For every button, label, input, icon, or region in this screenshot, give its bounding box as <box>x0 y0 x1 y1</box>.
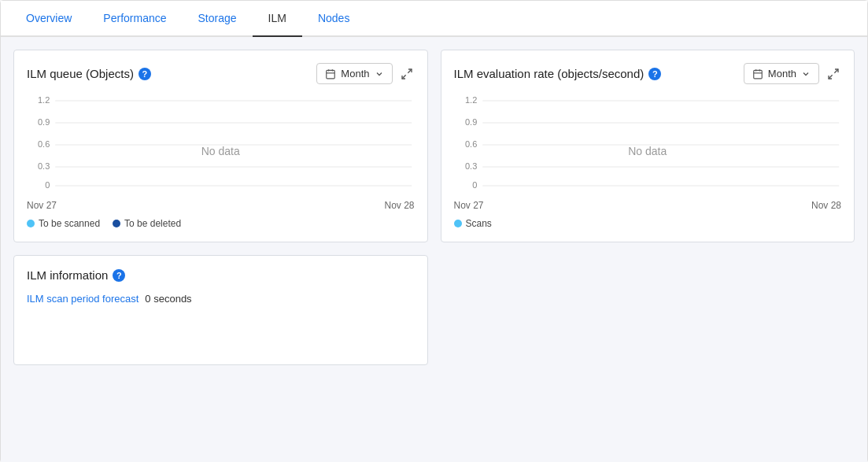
chevron-down-icon-right <box>801 69 811 79</box>
svg-text:0.9: 0.9 <box>38 117 50 127</box>
tab-nodes[interactable]: Nodes <box>302 1 365 37</box>
ilm-queue-controls: Month <box>316 63 414 84</box>
svg-text:0: 0 <box>472 180 477 190</box>
svg-text:0: 0 <box>45 180 50 190</box>
ilm-eval-rate-controls: Month <box>744 63 841 84</box>
ilm-eval-rate-expand-button[interactable] <box>826 66 841 82</box>
svg-text:0.9: 0.9 <box>464 117 476 127</box>
legend-to-be-deleted: To be deleted <box>113 218 181 229</box>
ilm-queue-legend: To be scanned To be deleted <box>27 218 415 229</box>
ilm-info-header: ILM information ? <box>27 268 415 282</box>
svg-rect-0 <box>327 70 335 79</box>
ilm-eval-rate-month-dropdown[interactable]: Month <box>744 63 819 84</box>
ilm-queue-month-label: Month <box>341 68 369 79</box>
svg-line-20 <box>834 69 838 73</box>
tab-storage[interactable]: Storage <box>183 1 253 37</box>
legend-scans: Scans <box>454 218 492 229</box>
legend-dot-deleted <box>113 220 120 227</box>
ilm-eval-rate-title: ILM evaluation rate (objects/second) <box>454 67 645 80</box>
ilm-queue-dates: Nov 27 Nov 28 <box>27 200 415 211</box>
ilm-eval-rate-month-label: Month <box>768 68 796 79</box>
ilm-scan-period-row: ILM scan period forecast 0 seconds <box>27 293 415 305</box>
svg-text:0.3: 0.3 <box>464 161 476 171</box>
legend-dot-scans <box>454 220 462 227</box>
ilm-scan-period-value: 0 seconds <box>145 293 191 305</box>
ilm-info-title: ILM information <box>27 268 108 282</box>
svg-text:0.6: 0.6 <box>38 139 50 149</box>
ilm-queue-card: ILM queue (Objects) ? Month <box>13 50 428 242</box>
ilm-queue-title-group: ILM queue (Objects) ? <box>27 67 151 80</box>
svg-text:1.2: 1.2 <box>38 95 50 105</box>
tab-performance[interactable]: Performance <box>87 1 182 37</box>
legend-to-be-scanned: To be scanned <box>27 218 100 229</box>
svg-line-5 <box>402 75 406 79</box>
ilm-eval-rate-date-end: Nov 28 <box>811 200 841 211</box>
ilm-eval-rate-date-start: Nov 27 <box>454 200 484 211</box>
ilm-queue-help-icon[interactable]: ? <box>139 68 151 80</box>
ilm-eval-rate-dates: Nov 27 Nov 28 <box>454 200 842 211</box>
ilm-eval-rate-help-icon[interactable]: ? <box>648 68 661 80</box>
ilm-queue-no-data: No data <box>201 145 240 157</box>
cards-top: ILM queue (Objects) ? Month <box>13 50 855 242</box>
legend-label-deleted: To be deleted <box>124 218 181 229</box>
tab-ilm[interactable]: ILM <box>253 1 302 37</box>
app-container: Overview Performance Storage ILM Nodes I… <box>0 0 868 462</box>
ilm-eval-rate-header: ILM evaluation rate (objects/second) ? M… <box>454 63 842 84</box>
ilm-queue-expand-button[interactable] <box>399 66 415 82</box>
svg-line-21 <box>829 75 833 79</box>
nav-tabs: Overview Performance Storage ILM Nodes <box>1 1 867 37</box>
ilm-queue-date-end: Nov 28 <box>384 200 414 211</box>
ilm-eval-rate-no-data: No data <box>628 145 667 157</box>
calendar-icon-right <box>752 68 763 79</box>
chevron-down-icon <box>375 69 384 79</box>
expand-icon <box>401 68 413 80</box>
legend-dot-scanned <box>27 220 35 227</box>
calendar-icon <box>325 68 336 79</box>
svg-line-4 <box>408 69 412 73</box>
ilm-eval-rate-legend: Scans <box>454 218 842 229</box>
tab-overview[interactable]: Overview <box>10 1 87 37</box>
ilm-eval-rate-chart-area: 1.2 0.9 0.6 0.3 0 No data Nov 27 <box>454 94 842 212</box>
ilm-queue-header: ILM queue (Objects) ? Month <box>27 63 415 84</box>
svg-text:0.3: 0.3 <box>38 161 50 171</box>
ilm-eval-rate-card: ILM evaluation rate (objects/second) ? M… <box>441 50 855 242</box>
legend-label-scanned: To be scanned <box>39 218 100 229</box>
ilm-queue-chart-area: 1.2 0.9 0.6 0.3 0 No data Nov <box>27 94 415 212</box>
svg-text:1.2: 1.2 <box>464 95 476 105</box>
ilm-eval-rate-title-group: ILM evaluation rate (objects/second) ? <box>454 67 662 80</box>
main-content: ILM queue (Objects) ? Month <box>1 37 867 462</box>
ilm-scan-period-label: ILM scan period forecast <box>27 293 139 305</box>
ilm-info-card: ILM information ? ILM scan period foreca… <box>13 255 428 365</box>
ilm-queue-month-dropdown[interactable]: Month <box>316 63 392 84</box>
ilm-queue-title: ILM queue (Objects) <box>27 67 134 80</box>
ilm-info-title-group: ILM information ? <box>27 268 125 282</box>
legend-label-scans: Scans <box>466 218 492 229</box>
expand-icon-right <box>827 68 840 80</box>
ilm-queue-date-start: Nov 27 <box>27 200 57 211</box>
svg-text:0.6: 0.6 <box>464 139 476 149</box>
svg-rect-16 <box>754 70 763 79</box>
ilm-info-help-icon[interactable]: ? <box>113 269 125 282</box>
